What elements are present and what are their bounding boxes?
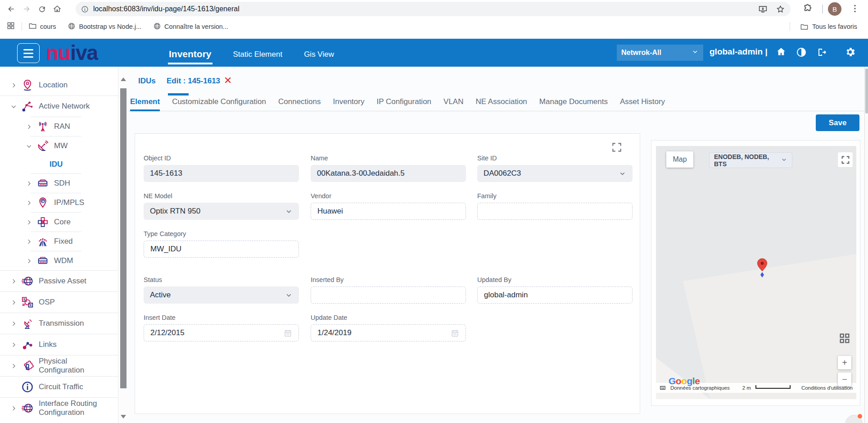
chevron-down-icon[interactable]: [10, 103, 17, 110]
browser-menu-icon[interactable]: [850, 4, 860, 15]
chevron-down-icon[interactable]: [619, 170, 626, 177]
hamburger-menu-button[interactable]: [17, 43, 40, 63]
chevron-right-icon[interactable]: [10, 405, 17, 412]
field-input-updated-by[interactable]: global-admin: [477, 287, 633, 304]
chevron-right-icon[interactable]: [25, 238, 32, 245]
scroll-down-arrow[interactable]: [121, 415, 126, 418]
field-input-vendor[interactable]: Huawei: [311, 203, 466, 220]
map-tiles-toggle-icon[interactable]: [838, 332, 851, 346]
scroll-up-arrow[interactable]: [121, 77, 126, 81]
apps-grid-icon[interactable]: [6, 21, 15, 32]
calendar-icon[interactable]: [284, 329, 292, 337]
map-zoom-in-button[interactable]: +: [838, 356, 851, 369]
bookmark-item[interactable]: Connaître la version...: [153, 22, 228, 32]
tab-inventory[interactable]: Inventory: [333, 95, 365, 111]
sidebar-item-active-network[interactable]: Active Network: [0, 96, 118, 117]
sidebar-item-idu[interactable]: IDU: [0, 155, 118, 173]
sidebar-item-physical-configuration[interactable]: Physical Configuration: [0, 355, 118, 376]
field-input-insert-date[interactable]: 2/12/2015: [144, 324, 299, 341]
field-input-type-category[interactable]: MW_IDU: [144, 241, 299, 258]
nav-gis-view[interactable]: Gis View: [303, 43, 335, 63]
bookmark-item[interactable]: cours: [28, 22, 56, 32]
sidebar-item-circuit-traffic[interactable]: Circuit Traffic: [0, 377, 118, 397]
chevron-right-icon[interactable]: [10, 363, 17, 369]
extensions-icon[interactable]: [802, 4, 813, 16]
url-text[interactable]: localhost:6083/inv/idu-page/145-1613/gen…: [93, 5, 240, 13]
chevron-right-icon[interactable]: [25, 258, 32, 264]
google-logo[interactable]: Google: [669, 376, 700, 387]
calendar-icon[interactable]: [451, 329, 459, 337]
tab-idus[interactable]: IDUs: [138, 77, 156, 86]
chevron-right-icon[interactable]: [10, 341, 17, 348]
install-icon[interactable]: [758, 5, 768, 14]
page-scroll-thumb[interactable]: [865, 68, 868, 114]
keyboard-icon[interactable]: [660, 385, 666, 391]
field-input-inserted-by[interactable]: [311, 287, 466, 304]
chevron-right-icon[interactable]: [10, 299, 17, 306]
tab-customizable-configuration[interactable]: Customizable Configuration: [172, 95, 266, 111]
field-input-family[interactable]: [477, 203, 633, 220]
field-input-update-date[interactable]: 1/24/2019: [311, 324, 466, 341]
map-canvas[interactable]: Données cartographiques 2 m Conditions d…: [656, 146, 856, 399]
nav-static-element[interactable]: Static Element: [232, 43, 284, 63]
back-icon[interactable]: [4, 1, 19, 17]
chevron-right-icon[interactable]: [10, 278, 17, 285]
sidebar-item-interface-routing-configuration[interactable]: Interface Routing Configuration: [0, 398, 118, 418]
logout-icon[interactable]: [817, 47, 827, 59]
tab-edit-145-1613[interactable]: Edit : 145-1613: [167, 77, 220, 86]
sidebar-item-ran[interactable]: RAN: [0, 117, 118, 136]
site-marker-icon[interactable]: [756, 258, 769, 280]
home-icon[interactable]: [50, 1, 65, 17]
field-input-site-id[interactable]: DA0062C3: [477, 165, 633, 182]
chevron-right-icon[interactable]: [25, 180, 32, 187]
chevron-down-icon[interactable]: [25, 143, 32, 150]
sidebar-item-transmission[interactable]: Transmission: [0, 313, 118, 334]
chevron-right-icon[interactable]: [25, 219, 32, 226]
tab-element[interactable]: Element: [130, 95, 160, 111]
page-info-icon[interactable]: [81, 5, 89, 13]
map-type-button[interactable]: Map: [666, 151, 693, 168]
sidebar-item-ip-mpls[interactable]: IPIP/MPLS: [0, 193, 118, 212]
tab-asset-history[interactable]: Asset History: [620, 95, 665, 111]
bookmark-item[interactable]: Bootstrap vs Node.j...: [68, 22, 141, 32]
field-input-object-id[interactable]: 145-1613: [144, 165, 299, 182]
map-fullscreen-icon[interactable]: [837, 152, 853, 168]
profile-avatar[interactable]: B: [828, 2, 841, 16]
field-input-status[interactable]: Active: [144, 287, 299, 304]
tab-connections[interactable]: Connections: [278, 95, 321, 111]
field-input-name[interactable]: 00Katana.3-00Jedaidah.5: [311, 165, 466, 182]
page-scrollbar[interactable]: [864, 67, 868, 423]
tab-manage-documents[interactable]: Manage Documents: [539, 95, 608, 111]
chevron-right-icon[interactable]: [10, 82, 17, 89]
sidebar-item-osp[interactable]: OSP: [0, 292, 118, 313]
contrast-icon[interactable]: [796, 47, 807, 59]
chevron-right-icon[interactable]: [25, 123, 32, 130]
sidebar-item-mw[interactable]: MW: [0, 136, 118, 155]
sidebar-item-core[interactable]: Core: [0, 213, 118, 232]
tab-vlan[interactable]: VLAN: [443, 95, 463, 111]
sidebar-item-passive-asset[interactable]: Passive Asset: [0, 271, 118, 291]
close-edit-tab-icon[interactable]: ✕: [224, 75, 232, 86]
save-button[interactable]: Save: [816, 114, 859, 131]
nav-inventory[interactable]: Inventory: [168, 41, 212, 64]
network-select[interactable]: Netwrok-All: [617, 45, 703, 61]
tab-ne-association[interactable]: NE Association: [475, 95, 527, 111]
chevron-right-icon[interactable]: [25, 200, 32, 206]
sidebar-item-sdh[interactable]: SDH: [0, 174, 118, 193]
sidebar-scrollbar[interactable]: [118, 67, 129, 423]
sidebar-item-location[interactable]: Location: [0, 75, 118, 96]
bookmark-star-icon[interactable]: [776, 5, 785, 14]
all-bookmarks-label[interactable]: Tous les favoris: [812, 23, 857, 30]
layer-select[interactable]: ENODEB, NODEB, BTS: [709, 152, 792, 168]
sidebar-item-links[interactable]: Links: [0, 334, 118, 355]
expand-fullscreen-icon[interactable]: [609, 139, 625, 155]
forward-icon[interactable]: [19, 1, 34, 17]
reload-icon[interactable]: [34, 1, 50, 17]
chevron-right-icon[interactable]: [10, 320, 17, 327]
chevron-down-icon[interactable]: [285, 208, 293, 215]
home-dashboard-icon[interactable]: [775, 46, 787, 59]
sidebar-item-wdm[interactable]: WDM: [0, 251, 118, 270]
settings-gear-icon[interactable]: [845, 46, 856, 59]
tab-ip-configuration[interactable]: IP Configuration: [376, 95, 431, 111]
field-input-ne-model[interactable]: Optix RTN 950: [144, 203, 299, 220]
